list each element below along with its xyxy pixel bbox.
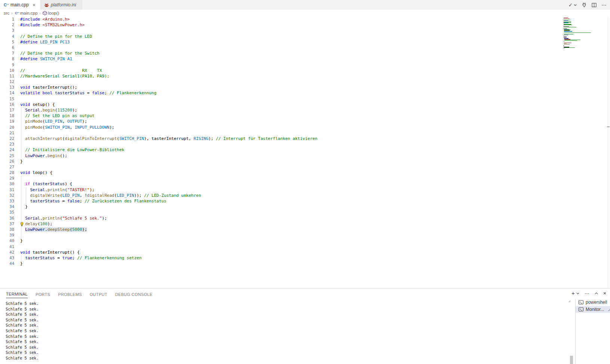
code-line[interactable]: 6: [0, 45, 569, 51]
tab-main-cpp[interactable]: C++ main.cpp ×: [0, 0, 41, 10]
code-line[interactable]: 12: [0, 79, 569, 85]
chevron-down-icon[interactable]: [576, 293, 579, 294]
minimap-line: [564, 36, 564, 36]
minimap-line: [564, 37, 567, 37]
tab-problems[interactable]: PROBLEMS: [58, 292, 82, 298]
new-terminal-button[interactable]: +: [571, 290, 580, 296]
minimap-line: [564, 21, 568, 21]
breadcrumb-separator: ›: [39, 11, 40, 15]
breadcrumb-item-file[interactable]: C++ main.cpp: [15, 11, 38, 15]
close-icon[interactable]: ×: [31, 2, 37, 8]
code-line[interactable]: 19 pinMode(LED_PIN, OUTPUT);: [0, 119, 569, 124]
breadcrumb-item-symbol[interactable]: loop(): [43, 11, 59, 15]
tab-ports[interactable]: PORTS: [36, 292, 50, 298]
terminal-line: Schlafe 5 sek.: [6, 350, 39, 355]
code-line[interactable]: 4// Define the pin for the LED: [0, 34, 569, 39]
bottom-panel: TERMINAL PORTS PROBLEMS OUTPUT DEBUG CON…: [0, 288, 610, 364]
minimap-line: [564, 35, 568, 35]
plug-icon: [582, 2, 587, 8]
code-line[interactable]: 29: [0, 175, 569, 181]
tab-platformio-ini[interactable]: platformio.ini: [41, 0, 82, 10]
code-line[interactable]: 35: [0, 209, 569, 215]
code-line[interactable]: 26}: [0, 159, 569, 164]
overview-ruler-selection-mark: [607, 126, 610, 127]
code-line[interactable]: 30 if (tasterStatus) {: [0, 181, 569, 187]
terminal-line: Schlafe 5 sek.: [6, 328, 39, 334]
code-line[interactable]: 22 attachInterrupt(digitalPinToInterrupt…: [0, 136, 569, 141]
tab-output[interactable]: OUTPUT: [90, 292, 107, 298]
terminal-scrollbar[interactable]: [570, 356, 573, 364]
tab-terminal[interactable]: TERMINAL: [6, 292, 28, 298]
terminal-powershell-icon: [579, 300, 583, 305]
code-line[interactable]: 27: [0, 164, 569, 170]
code-line[interactable]: 13void tasterInterrupt();: [0, 85, 569, 90]
code-line[interactable]: 38 LowPower.deepSleep(5000);: [0, 227, 569, 232]
code-line[interactable]: 5#define LED_PIN PC13: [0, 39, 569, 45]
close-panel-button[interactable]: ×: [603, 290, 607, 297]
breadcrumb-item-src[interactable]: src: [4, 11, 9, 15]
platformio-icon: [44, 3, 49, 7]
code-line[interactable]: 7// Define the pin for the Switch: [0, 51, 569, 56]
run-or-debug-button[interactable]: ✓: [567, 1, 578, 9]
ellipsis-icon: ⋯: [585, 291, 589, 296]
code-line[interactable]: 23: [0, 141, 569, 147]
terminal-line: Schlafe 5 sek.: [6, 339, 39, 345]
code-line[interactable]: 10// RX TX: [0, 68, 569, 73]
minimap[interactable]: [564, 18, 606, 49]
code-line[interactable]: 20 pinMode(SWITCH_PIN, INPUT_PULLDOWN);: [0, 125, 569, 130]
code-line[interactable]: 32 digitalWrite(LED_PIN, !digitalRead(LE…: [0, 193, 569, 198]
chevron-down-icon[interactable]: [574, 4, 577, 6]
code-line[interactable]: 17 Serial.begin(115200);: [0, 107, 569, 113]
code-line[interactable]: 16void setup() {: [0, 102, 569, 107]
terminal-output[interactable]: Schlafe 5 sek.Schlafe 5 sek.Schlafe 5 se…: [6, 301, 39, 361]
tab-debug-console[interactable]: DEBUG CONSOLE: [115, 292, 153, 298]
split-editor-button[interactable]: [591, 2, 598, 8]
code-line[interactable]: 42void tasterInterrupt() {: [0, 250, 569, 255]
session-label: powershell: [586, 300, 607, 305]
code-line[interactable]: 14volatile bool tasterStatus = false; //…: [0, 90, 569, 96]
code-line[interactable]: 34 }: [0, 204, 569, 209]
cpp-file-icon: C++: [3, 2, 9, 7]
session-powershell[interactable]: powershell: [576, 299, 610, 306]
code-line[interactable]: 39: [0, 232, 569, 238]
serial-monitor-button[interactable]: [580, 1, 588, 9]
code-line[interactable]: 41: [0, 244, 569, 250]
code-line[interactable]: 24 // Initialisiere die LowPower-Bibliot…: [0, 147, 569, 153]
session-label: Monitor...: [586, 307, 604, 312]
terminal-line: Schlafe 5 sek.: [6, 322, 39, 328]
check-icon: ✓: [568, 2, 573, 8]
terminal-line: Schlafe 5 sek.: [6, 306, 39, 312]
code-line[interactable]: 31 Serial.println("TASTER!");: [0, 187, 569, 193]
minimap-line: [564, 48, 564, 49]
code-line[interactable]: 37 delay(100);: [0, 221, 569, 227]
overview-ruler: [608, 16, 608, 288]
minimap-line: [564, 44, 570, 45]
minimap-line: [564, 22, 568, 23]
code-line[interactable]: 40}: [0, 238, 569, 244]
lightbulb-icon[interactable]: [20, 222, 24, 226]
svg-text:++: ++: [6, 3, 9, 5]
code-line[interactable]: 8#define SWITCH_PIN A1: [0, 56, 569, 62]
code-line[interactable]: 44}: [0, 261, 569, 266]
editor-tab-bar: C++ main.cpp × platformio.ini: [0, 0, 610, 10]
terminal-line: Schlafe 5 sek.: [6, 317, 39, 323]
code-line[interactable]: 36 Serial.println("Schlafe 5 sek.");: [0, 215, 569, 221]
code-line[interactable]: 33 tasterStatus = false; // Zurücksetzen…: [0, 198, 569, 204]
session-monitor[interactable]: Monitor...: [576, 306, 610, 313]
code-line[interactable]: 1#include <Arduino.h>: [0, 16, 569, 22]
code-line[interactable]: 9: [0, 62, 569, 68]
code-line[interactable]: 15: [0, 96, 569, 102]
panel-actions-toolbar: + ⋯ ×: [571, 290, 607, 297]
code-line[interactable]: 43 tasterStatus = true; // Flankenerkenn…: [0, 255, 569, 261]
panel-more-button[interactable]: ⋯: [584, 290, 590, 297]
code-editor[interactable]: 1#include <Arduino.h>2#include <STM32Low…: [0, 16, 610, 288]
code-line[interactable]: 25 LowPower.begin();: [0, 153, 569, 159]
code-line[interactable]: 11//HardwareSerial Serial1(PA10, PA9);: [0, 73, 569, 79]
code-line[interactable]: 3: [0, 28, 569, 33]
code-line[interactable]: 2#include <STM32LowPower.h>: [0, 22, 569, 28]
code-line[interactable]: 21: [0, 130, 569, 136]
more-actions-button[interactable]: ⋯: [600, 1, 608, 9]
code-line[interactable]: 28void loop() {: [0, 170, 569, 175]
code-line[interactable]: 18 // Set the LED pin as output: [0, 113, 569, 119]
maximize-panel-button[interactable]: [594, 292, 599, 295]
